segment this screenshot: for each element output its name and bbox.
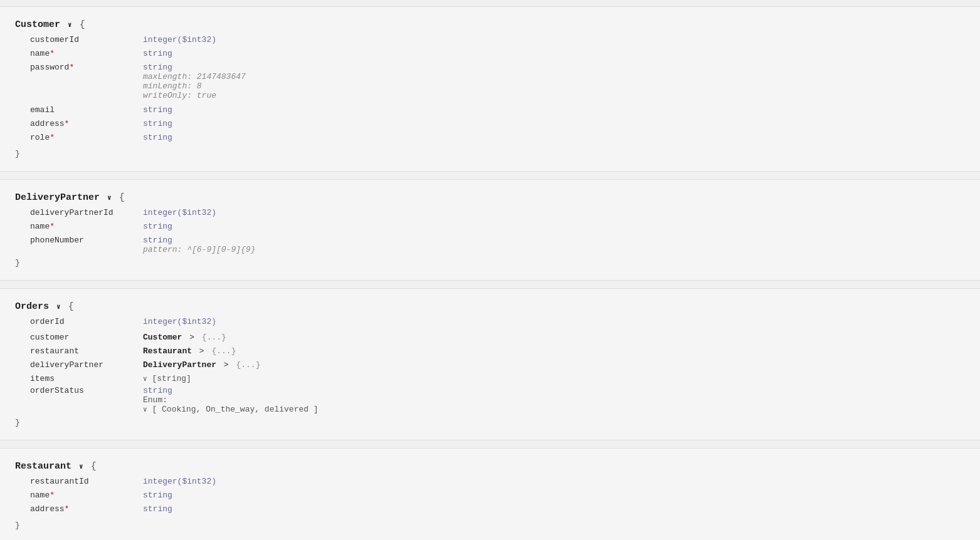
items-array[interactable]: ∨ [string] (143, 374, 191, 383)
delivery-partner-chevron[interactable]: ∨ (107, 194, 112, 202)
restaurant-title-text: Restaurant (15, 461, 71, 472)
restaurant-chevron[interactable]: ∨ (79, 463, 83, 470)
field-name: email (30, 105, 143, 115)
field-value: integer($int32) (143, 208, 216, 217)
field-row: customer Customer > {...} (30, 331, 965, 343)
ref-body: {...} (211, 346, 236, 356)
orders-title[interactable]: Orders ∨ { (15, 301, 965, 312)
constraint: maxLength: 2147483647 (143, 72, 246, 81)
constraint: minLength: 8 (143, 81, 246, 91)
field-row: name* string (30, 491, 965, 503)
field-name: orderId (30, 317, 143, 326)
restaurant-title[interactable]: Restaurant ∨ { (15, 461, 965, 472)
field-name: address* (30, 119, 143, 128)
nested-ref-delivery-partner[interactable]: DeliveryPartner > {...} (143, 360, 260, 370)
orders-chevron[interactable]: ∨ (56, 303, 61, 311)
required-star: * (50, 491, 55, 500)
field-value: string (143, 49, 172, 58)
chevron-down-icon: ∨ (143, 406, 147, 413)
field-row: phoneNumber string pattern: ^[6-9][0-9]{… (30, 236, 965, 254)
field-value: string Enum: ∨ [ Cooking, On_the_way, de… (143, 386, 319, 414)
field-name: restaurantId (30, 477, 143, 486)
restaurant-section: Restaurant ∨ { restaurantId integer($int… (0, 448, 980, 540)
customer-open-brace: { (80, 19, 85, 30)
field-name: address* (30, 504, 143, 514)
required-star: * (65, 119, 70, 128)
restaurant-open-brace: { (91, 461, 97, 472)
field-value: string pattern: ^[6-9][0-9]{9} (143, 236, 255, 254)
nested-ref-customer[interactable]: Customer > {...} (143, 333, 226, 342)
field-name: customerId (30, 35, 143, 44)
field-value: string (143, 491, 172, 500)
field-row: orderId integer($int32) (30, 317, 965, 330)
delivery-partner-section: DeliveryPartner ∨ { deliveryPartnerId in… (0, 179, 980, 281)
field-row: name* string (30, 222, 965, 234)
field-row: email string (30, 105, 965, 118)
field-row: orderStatus string Enum: ∨ [ Cooking, On… (30, 386, 965, 414)
arrow-icon: > (224, 360, 229, 370)
ref-body: {...} (236, 360, 260, 370)
nested-ref-restaurant[interactable]: Restaurant > {...} (143, 346, 236, 356)
required-star: * (50, 133, 55, 142)
field-value: string (143, 119, 172, 128)
required-star: * (50, 222, 55, 231)
restaurant-fields: restaurantId integer($int32) name* strin… (30, 477, 965, 517)
field-name: deliveryPartnerId (30, 208, 143, 217)
field-row: address* string (30, 504, 965, 517)
field-value: string (143, 133, 172, 142)
field-name: deliveryPartner (30, 360, 143, 370)
field-row: deliveryPartner DeliveryPartner > {...} (30, 358, 965, 371)
field-value: string (143, 504, 172, 514)
schema-container: Customer ∨ { customerId integer($int32) … (0, 0, 980, 540)
field-row: password* string maxLength: 2147483647 m… (30, 63, 965, 100)
field-value: string (143, 105, 172, 115)
field-name: name* (30, 491, 143, 500)
delivery-partner-title-text: DeliveryPartner (15, 192, 100, 203)
field-value: integer($int32) (143, 317, 216, 326)
field-name: role* (30, 133, 143, 142)
delivery-partner-title[interactable]: DeliveryPartner ∨ { (15, 192, 965, 203)
field-row: restaurant Restaurant > {...} (30, 345, 965, 357)
field-name: name* (30, 49, 143, 58)
chevron-down-icon: ∨ (143, 375, 147, 383)
arrow-icon: > (189, 333, 194, 342)
field-row: address* string (30, 119, 965, 132)
required-star: * (65, 504, 70, 514)
customer-fields: customerId integer($int32) name* string … (30, 35, 965, 145)
customer-title-text: Customer (15, 19, 60, 30)
field-row: restaurantId integer($int32) (30, 477, 965, 489)
delivery-partner-fields: deliveryPartnerId integer($int32) name* … (30, 208, 965, 254)
enum-label: Enum: (143, 395, 319, 405)
required-star: * (69, 63, 74, 72)
field-value: integer($int32) (143, 477, 216, 486)
enum-values[interactable]: ∨ [ Cooking, On_the_way, delivered ] (143, 405, 319, 414)
ref-body: {...} (202, 333, 226, 342)
required-star: * (50, 49, 55, 58)
customer-title[interactable]: Customer ∨ { (15, 19, 965, 30)
closing-brace: } (15, 418, 965, 427)
closing-brace: } (15, 521, 965, 530)
field-name: items (30, 374, 143, 383)
orders-section: Orders ∨ { orderId integer($int32) custo… (0, 288, 980, 440)
field-row: name* string (30, 49, 965, 61)
field-name: name* (30, 222, 143, 231)
constraint: pattern: ^[6-9][0-9]{9} (143, 245, 255, 254)
field-row: deliveryPartnerId integer($int32) (30, 208, 965, 221)
customer-chevron[interactable]: ∨ (68, 21, 72, 29)
closing-brace: } (15, 149, 965, 158)
orders-fields: orderId integer($int32) customer Custome… (30, 317, 965, 414)
customer-section: Customer ∨ { customerId integer($int32) … (0, 6, 980, 172)
field-value: string maxLength: 2147483647 minLength: … (143, 63, 246, 100)
field-row: customerId integer($int32) (30, 35, 965, 48)
field-name: password* (30, 63, 143, 72)
closing-brace: } (15, 258, 965, 267)
constraint: writeOnly: true (143, 91, 246, 100)
field-row: role* string (30, 133, 965, 145)
field-name: orderStatus (30, 386, 143, 395)
field-name: restaurant (30, 346, 143, 356)
field-value: integer($int32) (143, 35, 216, 44)
delivery-partner-open-brace: { (119, 192, 125, 203)
field-name: customer (30, 333, 143, 342)
field-value: string (143, 222, 172, 231)
orders-title-text: Orders (15, 301, 49, 312)
